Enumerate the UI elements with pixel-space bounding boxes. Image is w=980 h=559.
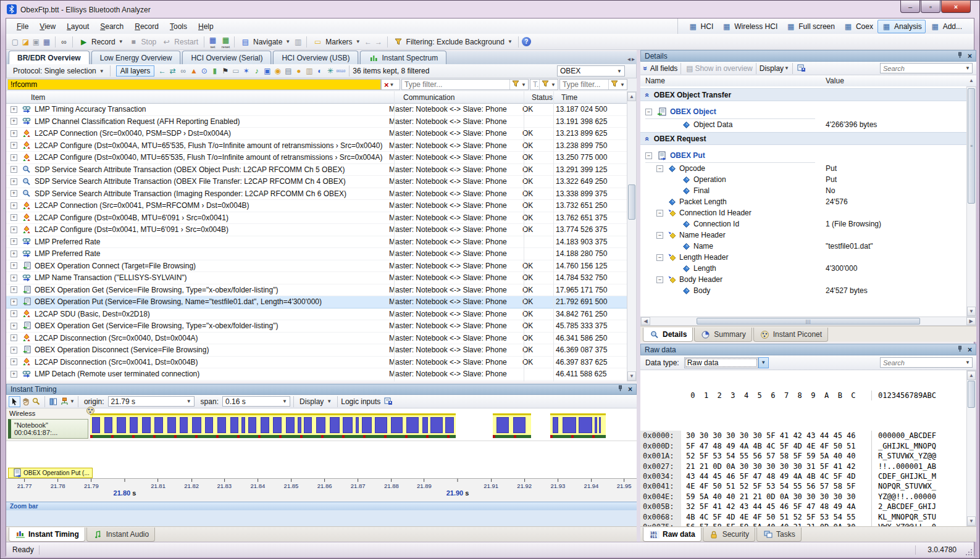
origin-combo[interactable]: 21.79 s▼: [108, 396, 195, 407]
table-row[interactable]: + SDP Service Search Attribute Transacti…: [6, 176, 627, 188]
scroll-down-icon[interactable]: ▼: [967, 307, 976, 316]
scroll-down-icon[interactable]: ▼: [967, 516, 976, 526]
table-scrollbar[interactable]: ▲ ▼: [627, 91, 637, 381]
packet-block[interactable]: [513, 417, 526, 433]
expand-plus-icon[interactable]: +: [10, 310, 17, 317]
packet-block[interactable]: [445, 417, 454, 433]
magnifier-icon[interactable]: ⊙: [199, 66, 209, 76]
table-row[interactable]: + L2CAP Configure (Dst=0x004A, MTU=65'53…: [6, 140, 627, 152]
overview-tab[interactable]: Instant Spectrum: [360, 51, 446, 64]
expand-plus-icon[interactable]: +: [10, 275, 17, 281]
markers-button[interactable]: ▭ Markers▼: [310, 36, 362, 48]
packet-block[interactable]: [92, 417, 100, 433]
details-field-row[interactable]: −Body24'527 bytes: [640, 285, 966, 296]
collapse-minus-icon[interactable]: −: [656, 276, 663, 283]
table-row[interactable]: + LMP Detach (Remote user terminated con…: [6, 368, 627, 381]
pin-icon[interactable]: [618, 385, 623, 394]
collapse-minus-icon[interactable]: −: [656, 254, 663, 261]
all-fields-button[interactable]: All fields: [650, 64, 678, 73]
packet-block[interactable]: [273, 417, 281, 433]
time-filter-field[interactable]: ▼: [559, 79, 627, 90]
collapse-minus-icon[interactable]: −: [645, 152, 652, 159]
expand-plus-icon[interactable]: +: [10, 286, 17, 293]
details-search-box[interactable]: ▼: [880, 63, 973, 73]
globe-icon[interactable]: ◐: [314, 66, 325, 76]
packet-block[interactable]: [230, 417, 238, 433]
scroll-thumb[interactable]: |||: [697, 318, 920, 325]
details-section-header[interactable]: «OBEX Object Transfer: [640, 88, 966, 101]
protocol-mode-dropdown[interactable]: Protocol: Single selection▼: [10, 65, 107, 77]
device-row-label[interactable]: "Notebook" 00:04:61:87:...: [8, 419, 88, 439]
layout-button[interactable]: ▦ Coex: [839, 20, 877, 33]
export-icon[interactable]: ▦: [41, 37, 52, 47]
raw-data-scrollbar[interactable]: ▲ ▼: [966, 370, 976, 526]
packet-block[interactable]: [430, 417, 442, 433]
layout-button[interactable]: ▦ Analysis: [877, 20, 926, 33]
layout-button[interactable]: ▦ Add...: [926, 20, 966, 33]
link-icon[interactable]: ∞: [178, 66, 188, 76]
protocol-selector[interactable]: OBEX▼: [557, 65, 625, 77]
close-button[interactable]: ×: [941, 1, 971, 13]
resize-grip[interactable]: [965, 548, 973, 556]
zoom-bar-track[interactable]: [6, 510, 637, 526]
minimize-button[interactable]: –: [900, 1, 920, 13]
finish-flag-icon[interactable]: ⚑: [220, 66, 230, 76]
new-file-icon[interactable]: ▢: [10, 37, 20, 47]
instant-filter-input[interactable]: [8, 80, 380, 89]
layout-button[interactable]: ▦ HCI: [684, 20, 718, 33]
menu-item[interactable]: Tools: [164, 20, 193, 33]
display-dropdown[interactable]: Display▼: [297, 396, 334, 407]
put-marker-label[interactable]: OBEX Operation Put (...: [8, 468, 93, 478]
close-panel-icon[interactable]: ×: [968, 52, 972, 60]
show-in-overview-button[interactable]: Show in overview: [695, 64, 752, 73]
scroll-up-icon[interactable]: ▲: [627, 92, 636, 101]
expand-plus-icon[interactable]: +: [10, 130, 17, 137]
expand-plus-icon[interactable]: +: [10, 358, 17, 365]
table-row[interactable]: + LMP Channel Classification Request (AF…: [6, 116, 627, 128]
maximize-button[interactable]: ▫: [921, 1, 940, 13]
details-field-row[interactable]: −OpcodePut: [640, 163, 966, 174]
instant-filter-field[interactable]: [7, 79, 381, 90]
share-icon[interactable]: ✳: [325, 66, 335, 76]
table-row[interactable]: + SDP Service Search Attribute Transacti…: [6, 188, 627, 201]
packet-block[interactable]: [142, 417, 151, 433]
details-field-row[interactable]: −FinalNo: [640, 185, 966, 196]
scroll-up-icon[interactable]: ▲: [967, 371, 976, 380]
goto-icon[interactable]: ▥: [293, 37, 303, 47]
bottom-tab[interactable]: Instant Audio: [86, 528, 155, 542]
packet-block[interactable]: [241, 417, 245, 433]
layout-button[interactable]: ▦ Wireless HCI: [718, 20, 781, 33]
packet-block[interactable]: [356, 417, 359, 433]
packet-block[interactable]: [304, 417, 312, 433]
zoom-magnifier-icon[interactable]: [31, 397, 41, 407]
columns-icon[interactable]: [48, 397, 59, 407]
pin-icon[interactable]: [957, 346, 963, 354]
scroll-down-icon[interactable]: ▼: [627, 371, 636, 381]
table-row[interactable]: + LMP Preferred Rate Master: Notebook <-…: [6, 236, 627, 249]
details-node-row[interactable]: −OBEX Put: [640, 149, 966, 162]
span-combo[interactable]: 0.16 s▼: [222, 396, 290, 407]
expand-plus-icon[interactable]: +: [10, 190, 17, 197]
packet-block[interactable]: [553, 417, 559, 433]
close-panel-icon[interactable]: ×: [968, 346, 972, 354]
navigate-button[interactable]: ▤ Navigate▼: [238, 36, 293, 48]
expand-plus-icon[interactable]: +: [10, 334, 17, 341]
details-node-row[interactable]: −OBEX Object: [640, 105, 966, 118]
packet-block[interactable]: [180, 417, 188, 433]
expand-plus-icon[interactable]: +: [10, 251, 17, 257]
status-filter-field[interactable]: T... ▼: [530, 79, 558, 90]
scroll-right-icon[interactable]: ▶: [966, 317, 976, 325]
raw-data-tab[interactable]: Security: [703, 528, 755, 542]
raw-data-search-input[interactable]: [881, 358, 965, 367]
menu-item[interactable]: View: [34, 20, 61, 33]
select-cursor-icon[interactable]: [9, 396, 20, 407]
table-row[interactable]: + L2CAP Connection (Src=0x0040, PSM=SDP …: [6, 128, 627, 140]
table-row[interactable]: + L2CAP Configure (Dst=0x004B, MTU=6'091…: [6, 212, 627, 225]
details-tab[interactable]: Details: [643, 328, 693, 342]
details-field-row[interactable]: −Name Header: [640, 230, 966, 241]
details-section-header[interactable]: «OBEX Request: [640, 132, 966, 145]
menu-item[interactable]: Record: [129, 20, 164, 33]
table-row[interactable]: + OBEX Operation Disconnect (Service=Fil…: [6, 344, 627, 357]
details-field-row[interactable]: −Object Data4'266'396 bytes: [640, 119, 966, 130]
tab-scroll-buttons[interactable]: ◂▸: [627, 56, 635, 62]
